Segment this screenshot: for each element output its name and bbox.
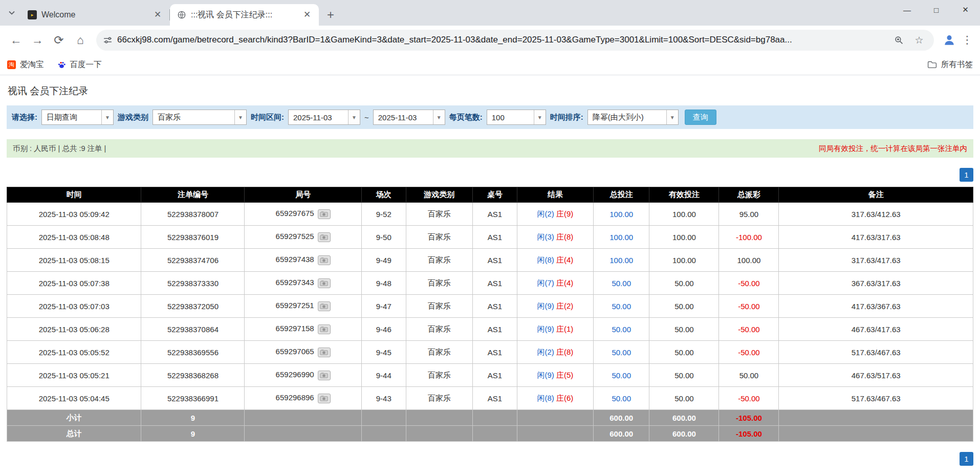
tab-welcome[interactable]: ▸ Welcome ✕: [20, 4, 169, 26]
pagination-bottom: 1: [7, 452, 973, 466]
video-replay-icon[interactable]: [318, 324, 331, 334]
cell-game-type: 百家乐: [406, 226, 472, 249]
total-bet-link[interactable]: 100.00: [609, 210, 633, 219]
table-row: 2025-11-03 05:07:38 522938373330 6592973…: [7, 272, 973, 295]
cell-note: 317.63/412.63: [779, 203, 973, 226]
video-replay-icon[interactable]: [318, 255, 331, 265]
close-icon[interactable]: ✕: [951, 0, 980, 19]
zoom-icon[interactable]: [891, 32, 906, 48]
new-tab-button[interactable]: +: [322, 6, 339, 24]
bookmark-star-icon[interactable]: ☆: [911, 32, 927, 48]
video-replay-icon[interactable]: [318, 278, 331, 288]
total-valid-bet: 600.00: [649, 426, 719, 442]
query-type-select[interactable]: 日期查询 ▼: [41, 110, 114, 125]
minimize-icon[interactable]: —: [892, 0, 922, 19]
total-bet-link[interactable]: 100.00: [609, 233, 633, 242]
chevron-down-icon[interactable]: ▼: [348, 110, 360, 124]
cell-round-id: 659297525: [245, 226, 361, 249]
round-id: 659296896: [276, 393, 314, 402]
cell-payout: -50.00: [719, 318, 779, 341]
column-header: 桌号: [472, 187, 517, 203]
result-banker: 庄(2): [556, 301, 573, 310]
cell-round-id: 659297065: [245, 341, 361, 364]
cell-payout: 100.00: [719, 249, 779, 272]
total-bet-link[interactable]: 50.00: [612, 394, 631, 403]
profile-avatar[interactable]: [939, 30, 960, 50]
bookmark-aitaobao[interactable]: 淘 爱淘宝: [7, 59, 44, 70]
chevron-down-icon[interactable]: ▼: [534, 110, 546, 124]
video-replay-icon[interactable]: [318, 371, 331, 380]
total-bet-link[interactable]: 50.00: [612, 348, 631, 357]
cell-game-type: 百家乐: [406, 249, 472, 272]
total-bet-link[interactable]: 50.00: [612, 325, 631, 334]
table-row: 2025-11-03 05:04:45 522938366991 6592968…: [7, 387, 973, 410]
result-banker: 庄(8): [556, 232, 573, 241]
tab-close-icon[interactable]: ✕: [301, 9, 313, 20]
cell-payout: 95.00: [719, 203, 779, 226]
query-type-label: 请选择:: [12, 113, 37, 122]
cell-table-no: AS1: [472, 295, 517, 318]
column-header: 游戏类别: [406, 187, 472, 203]
cell-note: 517.63/467.63: [779, 387, 973, 410]
cell-session: 9-50: [361, 226, 406, 249]
browser-menu-icon[interactable]: ⋮: [960, 32, 975, 48]
video-replay-icon[interactable]: [318, 232, 331, 242]
bet-records-table: 时间注单编号局号场次游戏类别桌号结果总投注有效投注总派彩备注 2025-11-0…: [7, 187, 973, 442]
sort-select[interactable]: 降幂(由大到小) ▼: [587, 110, 679, 125]
chevron-down-icon[interactable]: ▼: [666, 110, 678, 124]
bookmark-baidu[interactable]: 百度一下: [57, 59, 102, 70]
video-replay-icon[interactable]: [318, 301, 331, 311]
page-number-button[interactable]: 1: [960, 452, 973, 466]
reload-icon[interactable]: ⟳: [48, 29, 70, 51]
video-replay-icon[interactable]: [318, 348, 331, 357]
total-label: 总计: [7, 426, 141, 442]
cell-note: 317.63/417.63: [779, 249, 973, 272]
date-end-select[interactable]: 2025-11-03 ▼: [373, 110, 445, 125]
filter-bar: 请选择: 日期查询 ▼ 游戏类别 百家乐 ▼ 时间区间: 2025-11-03 …: [7, 105, 973, 129]
maximize-icon[interactable]: □: [922, 0, 951, 19]
tab-close-icon[interactable]: ✕: [152, 9, 163, 20]
page-number-button[interactable]: 1: [960, 168, 973, 182]
cell-session: 9-45: [361, 341, 406, 364]
url-bar[interactable]: 66cxkj98.com/game/betrecord_search/kind3…: [96, 30, 934, 51]
pagination-top: 1: [7, 168, 973, 182]
video-replay-icon[interactable]: [318, 209, 331, 219]
cell-total-bet: 50.00: [593, 387, 649, 410]
cell-session: 9-48: [361, 272, 406, 295]
subtotal-label: 小计: [7, 410, 141, 426]
total-total-bet: 600.00: [593, 426, 649, 442]
video-replay-icon[interactable]: [318, 394, 331, 403]
total-bet-link[interactable]: 50.00: [612, 371, 631, 380]
tab-search-chevron-icon[interactable]: [3, 4, 20, 21]
chevron-down-icon[interactable]: ▼: [433, 110, 445, 124]
column-header: 场次: [361, 187, 406, 203]
cell-round-id: 659296896: [245, 387, 361, 410]
cell-time: 2025-11-03 05:08:15: [7, 249, 141, 272]
total-bet-link[interactable]: 50.00: [612, 302, 631, 311]
round-id: 659297251: [276, 301, 314, 310]
home-icon[interactable]: ⌂: [70, 29, 91, 51]
chevron-down-icon[interactable]: ▼: [101, 110, 113, 124]
chevron-down-icon[interactable]: ▼: [234, 110, 246, 124]
total-bet-link[interactable]: 50.00: [612, 279, 631, 288]
cell-bet-id: 522938366991: [141, 387, 245, 410]
per-page-select[interactable]: 100 ▼: [487, 110, 546, 125]
total-bet-link[interactable]: 100.00: [609, 256, 633, 265]
all-bookmarks[interactable]: 所有书签: [927, 59, 973, 70]
table-row: 2025-11-03 05:07:03 522938372050 6592972…: [7, 295, 973, 318]
date-start-select[interactable]: 2025-11-03 ▼: [288, 110, 360, 125]
back-icon[interactable]: ←: [5, 29, 27, 51]
game-type-select[interactable]: 百家乐 ▼: [153, 110, 247, 125]
cell-session: 9-43: [361, 387, 406, 410]
empty-cell: [406, 410, 472, 426]
result-player: 闲(3): [537, 232, 554, 241]
site-settings-icon[interactable]: [103, 36, 112, 45]
column-header: 局号: [245, 187, 361, 203]
url-text[interactable]: 66cxkj98.com/game/betrecord_search/kind3…: [117, 35, 886, 45]
cell-note: 517.63/467.63: [779, 341, 973, 364]
cell-total-bet: 50.00: [593, 272, 649, 295]
date-start-value: 2025-11-03: [289, 113, 348, 122]
forward-icon[interactable]: →: [27, 29, 48, 51]
tab-bet-record[interactable]: :::视讯 会员下注纪录::: ✕: [170, 4, 319, 26]
search-button[interactable]: 查询: [685, 110, 716, 125]
